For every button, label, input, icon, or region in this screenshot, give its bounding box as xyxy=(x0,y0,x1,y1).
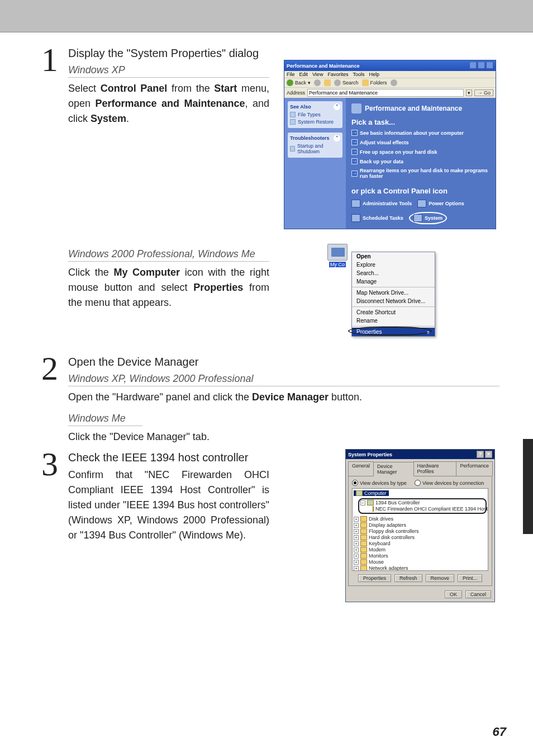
step-1-xp-text: Select Control Panel from the Start menu… xyxy=(68,81,269,126)
collapse-icon[interactable]: ˄ xyxy=(334,135,340,141)
menu-manage[interactable]: Manage xyxy=(352,277,435,286)
forward-icon[interactable] xyxy=(314,79,321,86)
cancel-button[interactable]: Cancel xyxy=(465,590,491,598)
tree-root[interactable]: Computer xyxy=(354,490,389,496)
tab-device-manager[interactable]: Device Manager xyxy=(373,462,414,476)
tab-hardware-profiles[interactable]: Hardware Profiles xyxy=(413,461,457,476)
tree-node[interactable]: +Mouse xyxy=(354,559,487,565)
cp-power-options[interactable]: Power Options xyxy=(417,200,464,207)
tab-performance[interactable]: Performance xyxy=(456,461,493,476)
maximize-icon[interactable] xyxy=(478,62,485,69)
my-computer-icon[interactable]: My Co xyxy=(325,244,350,267)
menu-favorites[interactable]: Favorites xyxy=(327,72,348,77)
expand-icon[interactable]: + xyxy=(354,529,359,534)
tree-node[interactable]: +Disk drives xyxy=(354,516,487,522)
tree-node[interactable]: +Floppy disk controllers xyxy=(354,528,487,535)
close-icon[interactable]: × xyxy=(485,451,492,458)
cp-scheduled-tasks[interactable]: Scheduled Tasks xyxy=(351,212,403,224)
properties-highlight-oval xyxy=(348,327,432,336)
address-input[interactable] xyxy=(307,89,464,97)
expand-icon[interactable]: + xyxy=(354,517,359,522)
right-content-pane: Performance and Maintenance Pick a task.… xyxy=(346,98,496,229)
arrow-icon: → xyxy=(351,171,358,177)
go-button[interactable]: → Go xyxy=(474,89,493,96)
menu-explore[interactable]: Explore xyxy=(352,261,435,269)
tree-node[interactable]: +Keyboard xyxy=(354,541,487,547)
menu-edit[interactable]: Edit xyxy=(299,72,308,77)
menu-map-drive[interactable]: Map Network Drive... xyxy=(352,289,435,297)
menu-file[interactable]: File xyxy=(287,72,295,77)
task-link[interactable]: →Rearrange items on your hard disk to ma… xyxy=(351,168,490,179)
task-link[interactable]: →Back up your data xyxy=(351,158,490,164)
radio-by-connection[interactable]: View devices by connection xyxy=(415,480,484,486)
expand-icon[interactable]: + xyxy=(354,560,359,565)
radio-by-type[interactable]: View devices by type xyxy=(352,480,407,486)
cp-admin-tools[interactable]: Administrative Tools xyxy=(351,200,412,207)
minimize-icon[interactable] xyxy=(469,62,477,69)
tree-node[interactable]: +Display adapters xyxy=(354,522,487,528)
task-link[interactable]: →Free up space on your hard disk xyxy=(351,149,490,155)
page-content: 1 Display the "System Properties" dialog… xyxy=(0,32,533,602)
folders-button[interactable]: Folders xyxy=(362,79,387,86)
expand-icon[interactable]: + xyxy=(354,541,359,546)
close-icon[interactable] xyxy=(486,62,493,69)
expand-icon[interactable]: + xyxy=(354,523,359,528)
print-button[interactable]: Print... xyxy=(458,574,482,582)
menu-help[interactable]: Help xyxy=(369,72,379,77)
menu-disconnect-drive[interactable]: Disconnect Network Drive... xyxy=(352,297,435,305)
step-2-xp-text: Open the "Hardware" panel and click the … xyxy=(68,390,499,405)
back-icon xyxy=(287,79,293,86)
expand-icon[interactable]: + xyxy=(354,566,359,571)
controller-icon xyxy=(373,506,374,512)
see-also-item[interactable]: System Restore xyxy=(290,119,340,125)
tab-general[interactable]: General xyxy=(348,461,374,476)
tree-node[interactable]: +Monitors xyxy=(354,553,487,559)
expand-icon[interactable]: + xyxy=(354,535,359,540)
search-button[interactable]: Search xyxy=(334,79,359,86)
collapse-icon[interactable]: ˄ xyxy=(334,103,340,110)
tree-node[interactable]: +Hard disk controllers xyxy=(354,535,487,541)
step-1: 1 Display the "System Properties" dialog… xyxy=(39,45,499,348)
arrow-icon: → xyxy=(351,139,358,145)
tree-node-nec[interactable]: NEC Firewarden OHCI Compliant IEEE 1394 … xyxy=(360,506,484,512)
back-button[interactable]: Back ▾ xyxy=(287,79,311,86)
help-icon[interactable]: ? xyxy=(477,451,484,458)
context-menu-figure: My Co Open Explore Search... Manage Map … xyxy=(325,244,459,348)
or-pick-heading: or pick a Control Panel icon xyxy=(351,187,490,195)
tree-node[interactable]: +Network adapters xyxy=(354,565,487,571)
menu-open[interactable]: Open xyxy=(352,252,435,261)
tree-node[interactable]: +Modem xyxy=(354,547,487,553)
menu-tools[interactable]: Tools xyxy=(353,72,364,77)
dialog-title: System Properties xyxy=(348,452,392,457)
see-also-item[interactable]: File Types xyxy=(290,112,340,117)
menu-rename[interactable]: Rename xyxy=(352,316,435,325)
device-icon xyxy=(360,516,367,522)
menubar[interactable]: File Edit View Favorites Tools Help xyxy=(284,71,496,78)
task-link[interactable]: →See basic information about your comput… xyxy=(351,130,490,136)
views-icon[interactable] xyxy=(391,79,397,86)
menu-search[interactable]: Search... xyxy=(352,269,435,277)
menu-view[interactable]: View xyxy=(312,72,323,77)
remove-button[interactable]: Remove xyxy=(426,574,455,582)
window-title: Performance and Maintenance xyxy=(287,63,360,69)
help-icon xyxy=(290,146,295,152)
arrow-icon: → xyxy=(351,130,358,136)
window-controls[interactable] xyxy=(468,62,493,70)
device-tree[interactable]: Computer −1394 Bus Controller NEC Firewa… xyxy=(352,488,488,571)
up-icon[interactable] xyxy=(324,79,331,86)
step-2: 2 Open the Device Manager Windows XP, Wi… xyxy=(39,353,499,445)
refresh-button[interactable]: Refresh xyxy=(394,574,422,582)
ok-button[interactable]: OK xyxy=(445,590,462,598)
expand-icon[interactable]: + xyxy=(354,554,359,559)
expand-icon[interactable]: + xyxy=(354,547,359,552)
tree-node-1394[interactable]: −1394 Bus Controller xyxy=(360,500,484,506)
device-icon xyxy=(360,547,367,552)
cp-system[interactable]: System xyxy=(413,214,442,222)
device-icon xyxy=(360,565,367,571)
address-dropdown-icon[interactable]: ▾ xyxy=(466,89,472,96)
properties-button[interactable]: Properties xyxy=(358,574,391,582)
collapse-icon[interactable]: − xyxy=(360,500,365,505)
task-link[interactable]: →Adjust visual effects xyxy=(351,139,490,145)
troubleshooter-item[interactable]: Startup and Shutdown xyxy=(290,143,340,154)
menu-shortcut[interactable]: Create Shortcut xyxy=(352,308,435,316)
